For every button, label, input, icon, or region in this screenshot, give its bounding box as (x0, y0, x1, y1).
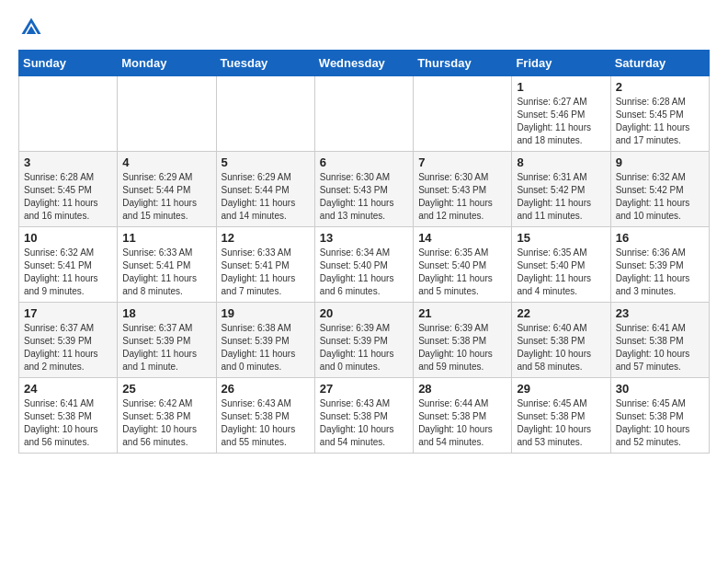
day-number: 5 (222, 155, 310, 169)
day-info: Sunrise: 6:30 AMSunset: 5:43 PMDaylight:… (320, 171, 408, 223)
day-info: Sunrise: 6:34 AMSunset: 5:40 PMDaylight:… (320, 247, 408, 298)
day-number: 24 (24, 382, 112, 396)
day-number: 30 (616, 382, 704, 396)
calendar-cell: 3Sunrise: 6:28 AMSunset: 5:45 PMDaylight… (19, 152, 118, 227)
calendar-cell: 15Sunrise: 6:35 AMSunset: 5:40 PMDayligh… (512, 227, 610, 303)
day-number: 21 (418, 306, 506, 320)
day-number: 7 (418, 155, 506, 169)
day-info: Sunrise: 6:32 AMSunset: 5:42 PMDaylight:… (616, 171, 704, 223)
day-number: 17 (24, 306, 112, 320)
calendar-cell (118, 76, 216, 152)
calendar-cell: 11Sunrise: 6:33 AMSunset: 5:41 PMDayligh… (118, 227, 216, 303)
day-number: 9 (616, 155, 704, 169)
day-info: Sunrise: 6:31 AMSunset: 5:42 PMDaylight:… (517, 171, 605, 223)
day-number: 8 (517, 155, 605, 169)
day-info: Sunrise: 6:43 AMSunset: 5:38 PMDaylight:… (222, 397, 310, 449)
day-info: Sunrise: 6:35 AMSunset: 5:40 PMDaylight:… (418, 247, 506, 298)
calendar-cell: 27Sunrise: 6:43 AMSunset: 5:38 PMDayligh… (314, 378, 413, 454)
day-info: Sunrise: 6:37 AMSunset: 5:39 PMDaylight:… (122, 322, 210, 373)
day-number: 10 (24, 231, 112, 245)
weekday-header-wednesday: Wednesday (314, 51, 413, 76)
week-row-1: 1Sunrise: 6:27 AMSunset: 5:46 PMDaylight… (19, 76, 710, 152)
weekday-header-thursday: Thursday (414, 51, 512, 76)
day-info: Sunrise: 6:32 AMSunset: 5:41 PMDaylight:… (24, 247, 112, 298)
calendar-cell: 20Sunrise: 6:39 AMSunset: 5:39 PMDayligh… (314, 303, 413, 378)
day-info: Sunrise: 6:39 AMSunset: 5:38 PMDaylight:… (418, 322, 506, 373)
day-info: Sunrise: 6:42 AMSunset: 5:38 PMDaylight:… (122, 397, 210, 449)
day-number: 2 (616, 80, 704, 94)
calendar-cell (216, 76, 314, 152)
day-number: 15 (517, 231, 605, 245)
day-number: 23 (616, 306, 704, 320)
calendar-cell: 26Sunrise: 6:43 AMSunset: 5:38 PMDayligh… (216, 378, 314, 454)
day-info: Sunrise: 6:43 AMSunset: 5:38 PMDaylight:… (320, 397, 408, 449)
day-info: Sunrise: 6:38 AMSunset: 5:39 PMDaylight:… (222, 322, 310, 373)
calendar-cell: 25Sunrise: 6:42 AMSunset: 5:38 PMDayligh… (118, 378, 216, 454)
day-info: Sunrise: 6:30 AMSunset: 5:43 PMDaylight:… (418, 171, 506, 223)
calendar-cell: 28Sunrise: 6:44 AMSunset: 5:38 PMDayligh… (414, 378, 512, 454)
day-number: 16 (616, 231, 704, 245)
weekday-header-tuesday: Tuesday (216, 51, 314, 76)
calendar-cell: 29Sunrise: 6:45 AMSunset: 5:38 PMDayligh… (512, 378, 610, 454)
calendar-cell: 24Sunrise: 6:41 AMSunset: 5:38 PMDayligh… (19, 378, 118, 454)
week-row-3: 10Sunrise: 6:32 AMSunset: 5:41 PMDayligh… (19, 227, 710, 303)
day-number: 22 (517, 306, 605, 320)
calendar-cell: 8Sunrise: 6:31 AMSunset: 5:42 PMDaylight… (512, 152, 610, 227)
day-number: 12 (222, 231, 310, 245)
calendar-cell: 10Sunrise: 6:32 AMSunset: 5:41 PMDayligh… (19, 227, 118, 303)
calendar-cell: 14Sunrise: 6:35 AMSunset: 5:40 PMDayligh… (414, 227, 512, 303)
weekday-header-sunday: Sunday (19, 51, 118, 76)
day-number: 11 (122, 231, 210, 245)
week-row-5: 24Sunrise: 6:41 AMSunset: 5:38 PMDayligh… (19, 378, 710, 454)
day-info: Sunrise: 6:41 AMSunset: 5:38 PMDaylight:… (616, 322, 704, 373)
logo-icon (18, 15, 44, 40)
calendar-cell (19, 76, 118, 152)
day-info: Sunrise: 6:29 AMSunset: 5:44 PMDaylight:… (122, 171, 210, 223)
day-info: Sunrise: 6:27 AMSunset: 5:46 PMDaylight:… (517, 96, 605, 147)
day-number: 18 (122, 306, 210, 320)
day-info: Sunrise: 6:37 AMSunset: 5:39 PMDaylight:… (24, 322, 112, 373)
calendar-cell: 1Sunrise: 6:27 AMSunset: 5:46 PMDaylight… (512, 76, 610, 152)
calendar-cell: 18Sunrise: 6:37 AMSunset: 5:39 PMDayligh… (118, 303, 216, 378)
week-row-2: 3Sunrise: 6:28 AMSunset: 5:45 PMDaylight… (19, 152, 710, 227)
day-info: Sunrise: 6:39 AMSunset: 5:39 PMDaylight:… (320, 322, 408, 373)
calendar-cell: 22Sunrise: 6:40 AMSunset: 5:38 PMDayligh… (512, 303, 610, 378)
day-info: Sunrise: 6:44 AMSunset: 5:38 PMDaylight:… (418, 397, 506, 449)
day-number: 28 (418, 382, 506, 396)
weekday-header-saturday: Saturday (610, 51, 709, 76)
day-info: Sunrise: 6:36 AMSunset: 5:39 PMDaylight:… (616, 247, 704, 298)
day-number: 4 (122, 155, 210, 169)
calendar-cell: 7Sunrise: 6:30 AMSunset: 5:43 PMDaylight… (414, 152, 512, 227)
day-info: Sunrise: 6:45 AMSunset: 5:38 PMDaylight:… (616, 397, 704, 449)
day-info: Sunrise: 6:35 AMSunset: 5:40 PMDaylight:… (517, 247, 605, 298)
header (18, 15, 710, 40)
day-info: Sunrise: 6:40 AMSunset: 5:38 PMDaylight:… (517, 322, 605, 373)
calendar-cell: 2Sunrise: 6:28 AMSunset: 5:45 PMDaylight… (610, 76, 709, 152)
day-number: 1 (517, 80, 605, 94)
week-row-4: 17Sunrise: 6:37 AMSunset: 5:39 PMDayligh… (19, 303, 710, 378)
day-info: Sunrise: 6:45 AMSunset: 5:38 PMDaylight:… (517, 397, 605, 449)
day-number: 27 (320, 382, 408, 396)
weekday-header-row: SundayMondayTuesdayWednesdayThursdayFrid… (19, 51, 710, 76)
calendar-cell: 23Sunrise: 6:41 AMSunset: 5:38 PMDayligh… (610, 303, 709, 378)
day-info: Sunrise: 6:41 AMSunset: 5:38 PMDaylight:… (24, 397, 112, 449)
calendar-cell: 9Sunrise: 6:32 AMSunset: 5:42 PMDaylight… (610, 152, 709, 227)
calendar-cell: 30Sunrise: 6:45 AMSunset: 5:38 PMDayligh… (610, 378, 709, 454)
calendar-cell (414, 76, 512, 152)
day-info: Sunrise: 6:33 AMSunset: 5:41 PMDaylight:… (122, 247, 210, 298)
logo (18, 15, 48, 40)
day-info: Sunrise: 6:33 AMSunset: 5:41 PMDaylight:… (222, 247, 310, 298)
day-info: Sunrise: 6:29 AMSunset: 5:44 PMDaylight:… (222, 171, 310, 223)
calendar-cell (314, 76, 413, 152)
day-number: 6 (320, 155, 408, 169)
calendar-cell: 12Sunrise: 6:33 AMSunset: 5:41 PMDayligh… (216, 227, 314, 303)
calendar-page: SundayMondayTuesdayWednesdayThursdayFrid… (0, 0, 728, 563)
day-number: 3 (24, 155, 112, 169)
calendar-cell: 6Sunrise: 6:30 AMSunset: 5:43 PMDaylight… (314, 152, 413, 227)
day-number: 26 (222, 382, 310, 396)
day-number: 20 (320, 306, 408, 320)
day-number: 19 (222, 306, 310, 320)
day-info: Sunrise: 6:28 AMSunset: 5:45 PMDaylight:… (616, 96, 704, 147)
day-info: Sunrise: 6:28 AMSunset: 5:45 PMDaylight:… (24, 171, 112, 223)
day-number: 29 (517, 382, 605, 396)
